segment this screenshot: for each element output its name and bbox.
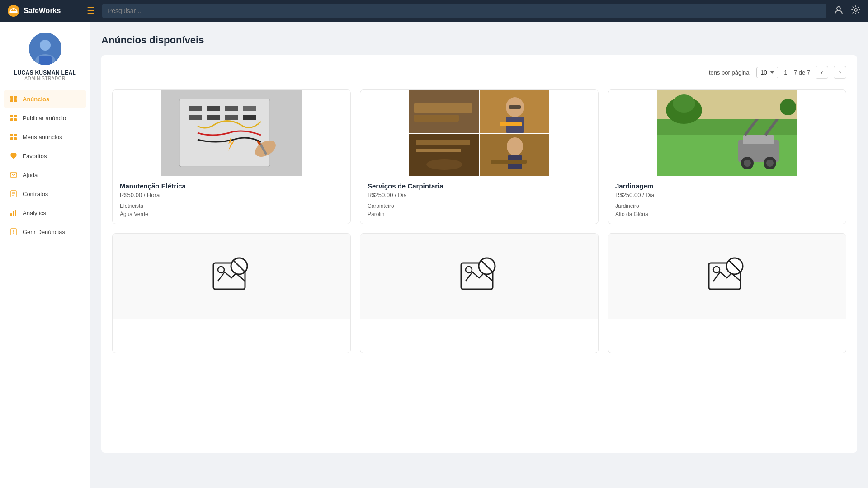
svg-point-6 [40, 40, 51, 51]
listing-card-4[interactable] [112, 233, 351, 353]
card-body-5 [360, 319, 598, 353]
search-input[interactable] [102, 4, 826, 18]
listing-card-2[interactable]: Serviços de Carpintaria R$250.00 / Dia C… [360, 89, 599, 224]
user-name: LUCAS KUSMAN LEAL [14, 70, 76, 76]
card-location-3: Alto da Glória [615, 211, 839, 217]
settings-icon[interactable] [851, 5, 861, 17]
sidebar-label-publicar: Publicar anúncio [23, 115, 66, 122]
svg-rect-49 [414, 115, 459, 122]
sidebar-item-anuncios[interactable]: Anúncios [4, 90, 86, 108]
sidebar-item-ajuda[interactable]: Ajuda [4, 166, 86, 184]
svg-rect-14 [14, 115, 17, 117]
listings-grid: Manutenção Elétrica R$50.00 / Hora Eletr… [112, 89, 846, 353]
svg-rect-54 [500, 122, 522, 126]
svg-rect-12 [14, 99, 17, 102]
sidebar: LUCAS KUSMAN LEAL ADMINISTRADOR Anúncios… [0, 22, 90, 488]
svg-rect-15 [10, 118, 13, 121]
svg-point-71 [766, 160, 774, 167]
svg-rect-40 [207, 115, 220, 120]
svg-point-3 [837, 7, 840, 10]
svg-rect-11 [10, 99, 13, 102]
mail-icon [9, 170, 18, 179]
no-image-icon-5 [459, 256, 500, 297]
svg-rect-35 [189, 106, 202, 111]
svg-rect-41 [225, 115, 238, 120]
logo: SafeWorks [7, 5, 80, 17]
sidebar-label-gerir: Gerir Denúncias [23, 229, 65, 235]
svg-rect-18 [14, 134, 17, 136]
sidebar-item-publicar[interactable]: Publicar anúncio [4, 109, 86, 127]
card-image-placeholder-4 [113, 234, 350, 319]
svg-point-0 [8, 5, 19, 17]
svg-rect-53 [509, 105, 521, 109]
pages-info: 1 – 7 de 7 [784, 69, 810, 76]
listing-card-5[interactable] [360, 233, 599, 353]
sidebar-item-contratos[interactable]: Contratos [4, 185, 86, 203]
svg-point-31 [13, 233, 14, 234]
card-title-4 [120, 326, 343, 333]
listing-card-6[interactable] [608, 233, 846, 353]
card-body-4 [113, 319, 350, 353]
user-role: ADMINISTRADOR [24, 76, 65, 81]
card-title-6 [615, 326, 839, 333]
svg-rect-20 [14, 137, 17, 140]
card-title-3: Jardinagem [615, 182, 839, 190]
report-icon [9, 227, 18, 236]
card-price-2: R$250.00 / Dia [368, 192, 591, 198]
sidebar-item-gerir-denuncias[interactable]: Gerir Denúncias [4, 223, 86, 241]
card-body-1: Manutenção Elétrica R$50.00 / Hora Eletr… [113, 176, 350, 224]
card-price-4 [120, 335, 343, 342]
svg-rect-42 [243, 115, 256, 120]
logo-text: SafeWorks [24, 7, 61, 15]
svg-rect-57 [416, 149, 461, 152]
next-page-button[interactable]: › [834, 66, 846, 79]
prev-page-button[interactable]: ‹ [816, 66, 828, 79]
card-location-2: Parolin [368, 211, 591, 217]
card-body-2: Serviços de Carpintaria R$250.00 / Dia C… [360, 176, 598, 224]
svg-point-77 [673, 94, 695, 113]
svg-rect-28 [15, 210, 16, 216]
avatar [29, 33, 61, 65]
card-title-2: Serviços de Carpintaria [368, 182, 591, 190]
layout: LUCAS KUSMAN LEAL ADMINISTRADOR Anúncios… [0, 22, 868, 488]
svg-point-85 [466, 267, 472, 273]
card-body-6 [608, 319, 846, 353]
svg-rect-9 [10, 96, 13, 99]
card-image-garden [608, 90, 846, 176]
card-title-1: Manutenção Elétrica [120, 182, 343, 190]
sidebar-label-analytics: Analytics [23, 210, 46, 216]
svg-rect-8 [39, 56, 52, 65]
main-content: Anúncios disponíveis Itens por página: 5… [90, 22, 868, 488]
card-price-6 [615, 335, 839, 342]
sidebar-item-meus-anuncios[interactable]: Meus anúncios [4, 128, 86, 146]
sidebar-nav: Anúncios Publicar anúncio Meus anúncios [0, 90, 90, 242]
items-per-page-select[interactable]: 5 10 25 50 [756, 67, 778, 78]
svg-rect-26 [10, 213, 12, 216]
listing-card-1[interactable]: Manutenção Elétrica R$50.00 / Hora Eletr… [112, 89, 351, 224]
card-price-3: R$250.00 / Dia [615, 192, 839, 198]
sidebar-item-favoritos[interactable]: Favoritos [4, 147, 86, 165]
menu-icon[interactable]: ☰ [87, 5, 95, 16]
grid-icon-3 [9, 132, 18, 141]
card-category-2: Carpinteiro [368, 203, 591, 209]
logo-icon [7, 5, 20, 17]
profile-icon[interactable] [834, 5, 844, 17]
svg-point-58 [426, 159, 462, 170]
card-location-1: Água Verde [120, 211, 343, 217]
items-per-page-label: Itens por página: [707, 69, 751, 76]
svg-rect-16 [14, 118, 17, 121]
svg-rect-19 [10, 137, 13, 140]
svg-rect-36 [207, 106, 220, 111]
card-title-5 [368, 326, 591, 333]
card-image-carpentry [360, 90, 598, 176]
sidebar-item-analytics[interactable]: Analytics [4, 204, 86, 222]
card-image-electrical [113, 90, 350, 176]
svg-point-60 [507, 137, 523, 155]
no-image-icon-6 [707, 256, 747, 297]
card-image-placeholder-5 [360, 234, 598, 319]
sidebar-label-favoritos: Favoritos [23, 153, 47, 160]
card-price-1: R$50.00 / Hora [120, 192, 343, 198]
sidebar-label-contratos: Contratos [23, 191, 48, 197]
listing-card-3[interactable]: Jardinagem R$250.00 / Dia Jardineiro Alt… [608, 89, 846, 224]
svg-point-79 [780, 99, 796, 115]
